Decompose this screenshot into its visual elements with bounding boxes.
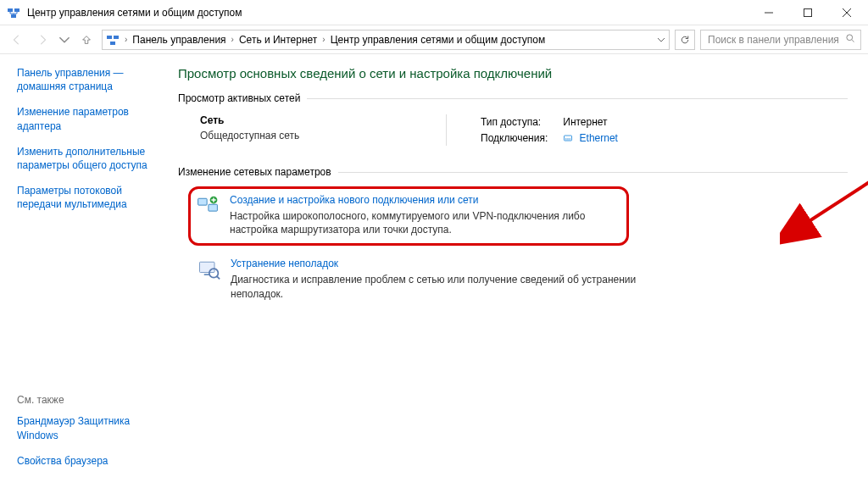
- svg-rect-0: [8, 8, 13, 12]
- connection-link[interactable]: Ethernet: [580, 132, 618, 144]
- task-new-connection[interactable]: Создание и настройка нового подключения …: [188, 186, 629, 246]
- address-bar: › Панель управления › Сеть и Интернет › …: [0, 25, 868, 54]
- svg-rect-4: [107, 36, 112, 39]
- maximize-button[interactable]: [788, 0, 827, 25]
- sidebar-link-adapter-settings[interactable]: Изменение параметров адаптера: [17, 105, 161, 132]
- breadcrumb-item[interactable]: Сеть и Интернет: [239, 34, 317, 46]
- chevron-right-icon: ›: [320, 35, 326, 44]
- change-settings-heading: Изменение сетевых параметров: [178, 166, 848, 178]
- active-networks-label: Просмотр активных сетей: [178, 92, 300, 104]
- access-type-value: Интернет: [563, 114, 633, 130]
- chevron-right-icon: ›: [123, 35, 129, 44]
- change-settings-label: Изменение сетевых параметров: [178, 166, 331, 178]
- close-button[interactable]: [827, 0, 866, 25]
- active-networks-heading: Просмотр активных сетей: [178, 92, 848, 104]
- ethernet-icon: [563, 133, 573, 143]
- task-desc: Настройка широкополосного, коммутируемог…: [230, 209, 621, 236]
- task-desc: Диагностика и исправление проблем с сеть…: [231, 273, 661, 300]
- breadcrumb[interactable]: › Панель управления › Сеть и Интернет › …: [102, 30, 670, 50]
- network-name: Сеть: [200, 114, 412, 126]
- see-also-label: См. также: [17, 394, 161, 406]
- breadcrumb-item[interactable]: Панель управления: [132, 34, 225, 46]
- nav-back-button[interactable]: [7, 30, 27, 50]
- main-content: Просмотр основных сведений о сети и наст…: [170, 54, 868, 488]
- recent-locations-button[interactable]: [58, 30, 71, 50]
- svg-rect-3: [804, 8, 812, 16]
- svg-rect-2: [11, 14, 16, 18]
- task-title[interactable]: Создание и настройка нового подключения …: [230, 194, 621, 206]
- nav-forward-button[interactable]: [32, 30, 53, 50]
- troubleshoot-icon: [197, 258, 220, 281]
- search-icon: [845, 33, 855, 46]
- titlebar: Центр управления сетями и общим доступом: [0, 0, 868, 25]
- divider: [446, 114, 447, 146]
- search-input[interactable]: [706, 33, 840, 47]
- svg-rect-6: [110, 42, 115, 45]
- minimize-button[interactable]: [749, 0, 788, 25]
- search-box[interactable]: [700, 30, 861, 50]
- svg-point-7: [847, 35, 853, 41]
- divider: [307, 98, 848, 99]
- network-center-icon: [7, 6, 20, 19]
- access-type-label: Тип доступа:: [481, 114, 563, 130]
- network-profile: Общедоступная сеть: [200, 130, 412, 141]
- svg-rect-5: [114, 36, 119, 39]
- network-center-icon: [106, 33, 120, 47]
- svg-rect-10: [209, 204, 218, 211]
- sidebar: Панель управления — домашняя страница Из…: [0, 54, 170, 488]
- divider: [338, 172, 848, 173]
- task-troubleshoot[interactable]: Устранение неполадок Диагностика и испра…: [192, 251, 666, 308]
- refresh-button[interactable]: [675, 30, 695, 50]
- connections-label: Подключения:: [481, 130, 563, 146]
- breadcrumb-history-button[interactable]: [657, 36, 665, 44]
- chevron-right-icon: ›: [230, 35, 236, 44]
- sidebar-link-firewall[interactable]: Брандмауэр Защитника Windows: [17, 414, 161, 441]
- new-connection-icon: [196, 194, 220, 218]
- page-title: Просмотр основных сведений о сети и наст…: [178, 66, 848, 80]
- sidebar-link-home[interactable]: Панель управления — домашняя страница: [17, 66, 161, 93]
- sidebar-link-advanced-sharing[interactable]: Изменить дополнительные параметры общего…: [17, 145, 161, 172]
- up-button[interactable]: [76, 30, 97, 50]
- window-title: Центр управления сетями и общим доступом: [27, 7, 242, 19]
- active-network-row: Сеть Общедоступная сеть Тип доступа: Инт…: [178, 113, 848, 161]
- sidebar-link-internet-options[interactable]: Свойства браузера: [17, 454, 161, 468]
- svg-rect-1: [14, 8, 19, 12]
- breadcrumb-item[interactable]: Центр управления сетями и общим доступом: [331, 34, 546, 46]
- svg-rect-9: [198, 198, 208, 205]
- task-title[interactable]: Устранение неполадок: [231, 258, 661, 269]
- sidebar-link-media-streaming[interactable]: Параметры потоковой передачи мультимедиа: [17, 184, 161, 211]
- svg-rect-12: [200, 263, 215, 273]
